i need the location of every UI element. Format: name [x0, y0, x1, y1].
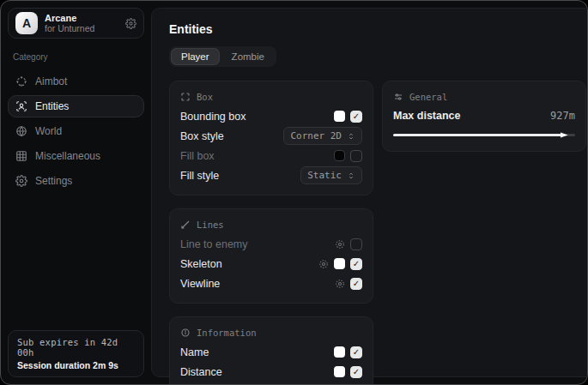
row-line-to-enemy: Line to enemy ✓	[180, 235, 362, 253]
color-swatch[interactable]	[334, 111, 345, 122]
general-section-header: General	[393, 92, 575, 102]
max-distance-label: Max distance	[393, 110, 461, 122]
color-swatch[interactable]	[334, 258, 345, 269]
row-viewline: Viewline ✓	[180, 274, 362, 292]
color-swatch[interactable]	[334, 346, 345, 358]
right-column: General Max distance 927m	[382, 81, 586, 152]
sidebar-item-label: World	[35, 125, 62, 137]
session-duration-text: Session duration 2m 9s	[17, 360, 135, 370]
checkbox[interactable]: ✓	[350, 258, 362, 270]
box-section-title: Box	[197, 92, 213, 102]
max-distance-slider[interactable]	[393, 129, 575, 141]
sub-expiry-text: Sub expires in 42d 00h	[17, 337, 135, 358]
checkbox[interactable]: ✓	[350, 278, 362, 290]
crosshair-icon	[15, 75, 27, 87]
dropdown-value: Static	[307, 170, 342, 181]
subscription-card: Sub expires in 42d 00h Session duration …	[8, 330, 144, 377]
page-title: Entities	[169, 22, 586, 36]
lines-section: Lines Line to enemy ✓ Skeleton	[169, 208, 373, 304]
row-label: Fill box	[180, 150, 215, 162]
checkbox[interactable]: ✓	[350, 150, 362, 162]
tab-zombie[interactable]: Zombie	[221, 48, 275, 65]
row-bounding-box: Bounding box ✓	[180, 107, 362, 125]
max-distance-fill	[393, 134, 562, 136]
sidebar-item-label: Entities	[35, 100, 69, 112]
row-label: Name	[180, 346, 209, 358]
left-column: Box Bounding box ✓ Box style Corner 2D	[169, 81, 373, 385]
information-section: Information Name ✓ Distance ✓	[169, 316, 373, 385]
globe-icon	[15, 125, 27, 137]
pencil-line-icon	[180, 220, 191, 230]
gear-icon	[15, 175, 27, 187]
row-fill-box: Fill box ✓	[180, 147, 362, 165]
checkbox[interactable]: ✓	[350, 111, 362, 123]
row-box-style: Box style Corner 2D	[180, 127, 362, 145]
grid-icon	[15, 150, 27, 162]
sidebar-item-world[interactable]: World	[8, 120, 144, 142]
unfold-icon	[347, 171, 355, 180]
app-window: A Arcane for Unturned Category Aimbot	[0, 0, 588, 385]
checkbox[interactable]: ✓	[350, 346, 362, 358]
lines-section-header: Lines	[180, 220, 362, 230]
category-label: Category	[13, 52, 141, 62]
dropdown-value: Corner 2D	[290, 130, 342, 141]
brand-text: Arcane for Unturned	[45, 13, 118, 34]
slider-thumb[interactable]	[561, 131, 568, 139]
general-section-title: General	[409, 92, 447, 102]
information-section-title: Information	[197, 328, 257, 338]
row-fill-style: Fill style Static	[180, 166, 362, 184]
brand-logo: A	[15, 12, 38, 34]
row-skeleton: Skeleton ✓	[180, 255, 362, 273]
checkbox[interactable]: ✓	[350, 238, 362, 250]
row-label: Fill style	[180, 170, 219, 182]
box-style-dropdown[interactable]: Corner 2D	[283, 127, 362, 145]
row-max-distance: Max distance 927m	[393, 107, 575, 124]
max-distance-value: 927m	[550, 110, 575, 122]
info-icon	[180, 328, 191, 338]
sidebar: A Arcane for Unturned Category Aimbot	[1, 1, 151, 384]
color-swatch[interactable]	[334, 150, 345, 161]
main-panel: Entities Player Zombie Box Bounding box	[151, 8, 588, 377]
tab-player[interactable]: Player	[171, 48, 220, 65]
row-label: Box style	[180, 130, 224, 142]
row-name: Name ✓	[180, 343, 362, 361]
unfold-icon	[347, 132, 355, 141]
sidebar-item-label: Aimbot	[35, 75, 67, 87]
box-corners-icon	[180, 92, 191, 102]
content-columns: Box Bounding box ✓ Box style Corner 2D	[169, 81, 586, 385]
brand-card: A Arcane for Unturned	[8, 8, 144, 39]
information-section-header: Information	[180, 328, 362, 338]
sidebar-item-label: Miscellaneous	[35, 150, 100, 162]
gear-icon[interactable]	[335, 279, 345, 289]
row-label: Bounding box	[180, 111, 246, 123]
brand-subtitle: for Unturned	[45, 23, 118, 33]
box-section: Box Bounding box ✓ Box style Corner 2D	[169, 81, 373, 196]
row-label: Viewline	[180, 278, 220, 290]
lines-section-title: Lines	[197, 220, 224, 230]
tab-bar: Player Zombie	[169, 46, 276, 67]
gear-icon[interactable]	[335, 239, 345, 250]
gear-icon[interactable]	[318, 259, 329, 269]
fill-style-dropdown[interactable]: Static	[300, 166, 362, 184]
sidebar-item-miscellaneous[interactable]: Miscellaneous	[8, 145, 144, 167]
sidebar-item-entities[interactable]: Entities	[8, 95, 144, 117]
sidebar-nav: Aimbot Entities World Miscellaneous	[8, 70, 144, 192]
brand-name: Arcane	[45, 13, 118, 24]
general-section: General Max distance 927m	[382, 81, 586, 152]
scan-icon	[15, 100, 27, 112]
brand-gear-icon[interactable]	[125, 18, 136, 29]
checkbox[interactable]: ✓	[350, 366, 362, 378]
box-section-header: Box	[180, 92, 362, 102]
row-distance: Distance ✓	[180, 363, 362, 381]
sliders-icon	[393, 92, 403, 102]
sidebar-item-settings[interactable]: Settings	[8, 170, 144, 192]
sidebar-item-aimbot[interactable]: Aimbot	[8, 70, 144, 93]
row-label: Skeleton	[180, 258, 222, 270]
row-label: Line to enemy	[180, 238, 248, 250]
sidebar-item-label: Settings	[35, 175, 72, 187]
color-swatch[interactable]	[334, 366, 345, 377]
row-label: Distance	[180, 366, 222, 378]
